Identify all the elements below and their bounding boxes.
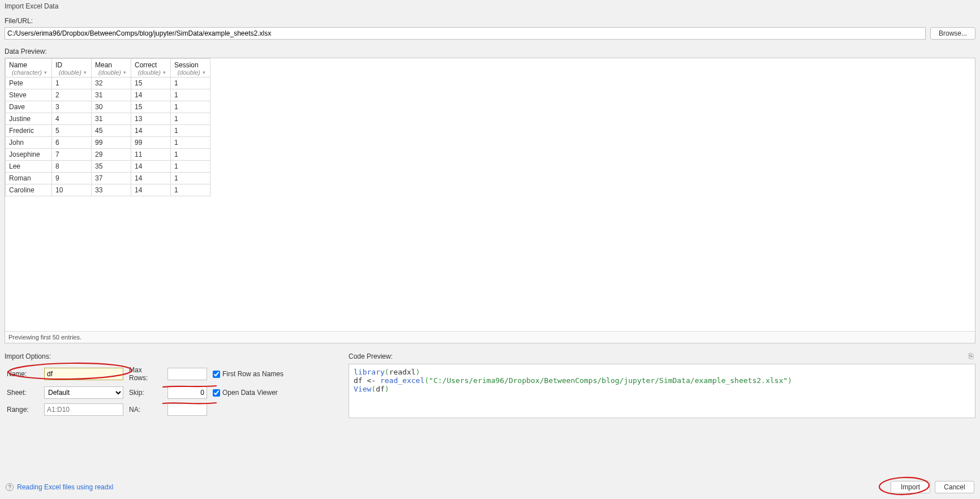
column-type-dropdown-icon[interactable]: ▾ <box>162 70 167 75</box>
table-row: Josephine729111 <box>6 149 210 161</box>
column-type: (double) <box>178 69 200 76</box>
table-cell: 45 <box>92 125 131 137</box>
firstrow-checkbox[interactable] <box>213 371 220 378</box>
table-cell: 99 <box>92 137 131 149</box>
table-cell: Lee <box>6 161 52 173</box>
column-header[interactable]: Name(character)▾ <box>6 59 52 78</box>
name-input[interactable] <box>44 368 123 380</box>
table-cell: 29 <box>92 149 131 161</box>
table-cell: 31 <box>92 113 131 125</box>
table-cell: 15 <box>131 78 171 89</box>
skip-input[interactable] <box>167 386 207 399</box>
help-icon[interactable]: ? <box>6 483 14 491</box>
table-cell: 13 <box>131 113 171 125</box>
table-row: Roman937141 <box>6 173 210 184</box>
column-type-dropdown-icon[interactable]: ▾ <box>201 70 207 75</box>
table-cell: Roman <box>6 173 52 184</box>
table-cell: Caroline <box>6 184 52 196</box>
column-header[interactable]: Session(double)▾ <box>171 59 210 78</box>
table-cell: 37 <box>92 173 131 184</box>
na-input[interactable] <box>167 403 207 416</box>
cancel-button[interactable]: Cancel <box>935 481 974 493</box>
table-cell: 5 <box>52 125 92 137</box>
table-row: Lee835141 <box>6 161 210 173</box>
sheet-select[interactable]: Default <box>44 386 123 399</box>
data-preview-panel: Name(character)▾ID(double)▾Mean(double)▾… <box>5 58 975 343</box>
column-type-dropdown-icon[interactable]: ▾ <box>122 70 127 75</box>
range-label: Range: <box>7 406 38 414</box>
copy-code-icon[interactable]: ⎘ <box>969 351 973 360</box>
name-label: Name: <box>7 370 38 378</box>
column-type: (double) <box>138 69 161 76</box>
dialog-title: Import Excel Data <box>0 0 980 14</box>
column-type-dropdown-icon[interactable]: ▾ <box>83 70 88 75</box>
table-cell: 1 <box>171 125 210 137</box>
table-cell: 1 <box>171 184 210 196</box>
table-cell: 10 <box>52 184 92 196</box>
table-cell: 35 <box>92 161 131 173</box>
help-link[interactable]: Reading Excel files using readxl <box>17 483 113 491</box>
column-header[interactable]: ID(double)▾ <box>52 59 92 78</box>
column-header[interactable]: Correct(double)▾ <box>131 59 171 78</box>
table-cell: 3 <box>52 101 92 113</box>
column-type-dropdown-icon[interactable]: ▾ <box>43 70 48 75</box>
table-cell: 14 <box>131 161 171 173</box>
table-cell: 11 <box>131 149 171 161</box>
openviewer-label[interactable]: Open Data Viewer <box>222 389 278 397</box>
column-title: ID <box>55 61 88 69</box>
browse-button[interactable]: Browse... <box>930 27 975 40</box>
table-cell: 33 <box>92 184 131 196</box>
skip-label: Skip: <box>129 389 162 397</box>
import-options-label: Import Options: <box>5 349 338 363</box>
table-cell: 14 <box>131 173 171 184</box>
table-row: Dave330151 <box>6 101 210 113</box>
table-cell: 31 <box>92 89 131 101</box>
maxrows-label: Max Rows: <box>129 366 162 382</box>
column-title: Correct <box>135 61 167 69</box>
table-cell: 8 <box>52 161 92 173</box>
table-row: Frederic545141 <box>6 125 210 137</box>
table-cell: 1 <box>171 113 210 125</box>
table-cell: 1 <box>171 78 210 89</box>
table-cell: Frederic <box>6 125 52 137</box>
table-row: Steve231141 <box>6 89 210 101</box>
column-title: Name <box>9 61 48 69</box>
table-cell: 2 <box>52 89 92 101</box>
preview-status-text: Previewing first 50 entries. <box>5 331 975 343</box>
openviewer-checkbox[interactable] <box>213 389 220 397</box>
table-cell: 1 <box>52 78 92 89</box>
table-cell: 4 <box>52 113 92 125</box>
code-preview-label: Code Preview: <box>349 349 397 363</box>
table-cell: Josephine <box>6 149 52 161</box>
file-url-label: File/URL: <box>0 14 980 27</box>
table-cell: 6 <box>52 137 92 149</box>
column-title: Session <box>174 61 207 69</box>
table-cell: Steve <box>6 89 52 101</box>
code-preview-box[interactable]: library(readxl) df <- read_excel("C:/Use… <box>349 364 975 418</box>
table-cell: Justine <box>6 113 52 125</box>
table-cell: 1 <box>171 173 210 184</box>
table-row: John699991 <box>6 137 210 149</box>
table-cell: 1 <box>171 101 210 113</box>
column-header[interactable]: Mean(double)▾ <box>92 59 131 78</box>
maxrows-input[interactable] <box>167 368 207 380</box>
file-url-input[interactable] <box>5 27 926 40</box>
import-button[interactable]: Import <box>891 481 930 493</box>
range-input[interactable] <box>44 403 123 416</box>
table-cell: 99 <box>131 137 171 149</box>
column-type: (double) <box>98 69 121 76</box>
column-title: Mean <box>95 61 127 69</box>
table-row: Justine431131 <box>6 113 210 125</box>
table-cell: 32 <box>92 78 131 89</box>
firstrow-label[interactable]: First Row as Names <box>222 370 283 378</box>
table-cell: 7 <box>52 149 92 161</box>
table-cell: 14 <box>131 125 171 137</box>
data-preview-table: Name(character)▾ID(double)▾Mean(double)▾… <box>5 58 210 196</box>
table-row: Pete132151 <box>6 78 210 89</box>
table-cell: John <box>6 137 52 149</box>
table-cell: 14 <box>131 184 171 196</box>
column-type: (character) <box>12 69 42 76</box>
table-cell: 1 <box>171 89 210 101</box>
column-type: (double) <box>59 69 81 76</box>
data-preview-label: Data Preview: <box>0 44 980 58</box>
